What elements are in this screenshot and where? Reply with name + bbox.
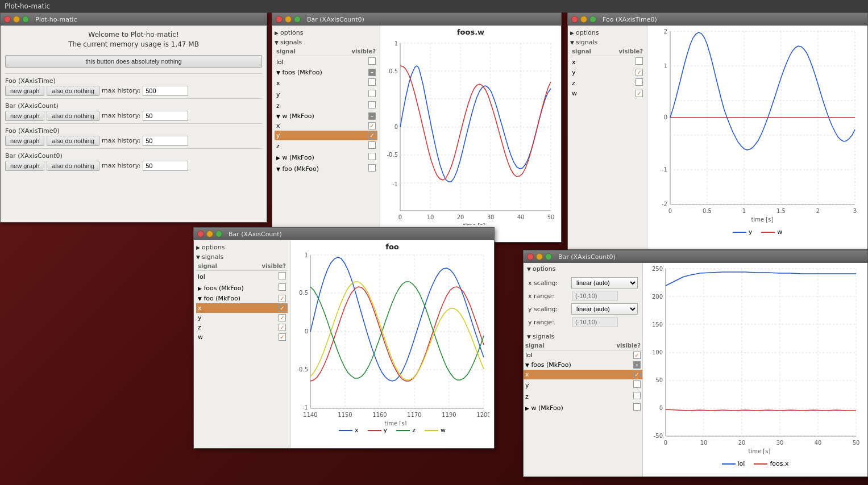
maximize-btn[interactable] xyxy=(22,16,29,23)
minimize-btn[interactable] xyxy=(536,253,543,260)
cb-foos2[interactable] xyxy=(279,283,286,291)
also-do-nothing-button[interactable]: also do nothing xyxy=(47,86,99,96)
cb-bb-lol[interactable]: ✓ xyxy=(633,352,641,359)
signal-foos-x[interactable]: x xyxy=(275,77,377,89)
cb-bb-x[interactable]: ✓ xyxy=(633,371,641,378)
y-range-input[interactable] xyxy=(572,317,618,327)
sig-lol[interactable]: lol xyxy=(196,271,288,283)
cb-bb-w[interactable] xyxy=(633,403,641,411)
cb-bb-y[interactable] xyxy=(633,381,641,388)
maximize-btn[interactable] xyxy=(589,16,596,23)
signal-foos-z[interactable]: z xyxy=(275,100,377,111)
cb-bb-foos[interactable]: – xyxy=(633,361,641,369)
max-history-input[interactable] xyxy=(143,111,188,121)
y-scaling-select[interactable]: linear (auto) xyxy=(571,303,638,315)
cb-w-mkfoo[interactable]: – xyxy=(368,112,376,120)
minimize-btn[interactable] xyxy=(580,16,587,23)
maximize-btn[interactable] xyxy=(215,231,222,237)
svg-text:40: 40 xyxy=(815,440,822,446)
signal-foos[interactable]: ▼ foos (MkFoo) – xyxy=(275,68,377,77)
sig-foo-z[interactable]: z ✓ xyxy=(196,323,288,332)
cb-foos-x[interactable] xyxy=(368,78,376,86)
x-scaling-select[interactable]: linear (auto) xyxy=(571,277,638,289)
foo-top-options-header[interactable]: ▶ options xyxy=(570,28,645,37)
close-btn[interactable] xyxy=(276,16,283,23)
bar-bottom-signals-header[interactable]: ▼ signals xyxy=(524,332,642,341)
cb-w-z[interactable] xyxy=(368,141,376,149)
close-btn[interactable] xyxy=(571,16,578,23)
bar-bottom-options-header[interactable]: ▼ options xyxy=(524,263,642,275)
signal-w-x[interactable]: x ✓ xyxy=(275,121,377,131)
signal-lol[interactable]: lol xyxy=(275,56,377,68)
x-range-input[interactable] xyxy=(572,291,618,301)
minimize-btn[interactable] xyxy=(206,231,213,237)
bb-sig-lol[interactable]: lol ✓ xyxy=(524,350,642,361)
signal-z[interactable]: z xyxy=(570,77,645,89)
sig-foos2[interactable]: ▶ foos (MkFoo) xyxy=(196,282,288,294)
bb-sig-x[interactable]: x ✓ xyxy=(524,370,642,379)
signal-w-z[interactable]: z xyxy=(275,140,377,152)
also-do-nothing-button[interactable]: also do nothing xyxy=(47,136,99,146)
maximize-btn[interactable] xyxy=(294,16,301,23)
close-btn[interactable] xyxy=(197,231,204,237)
new-graph-button[interactable]: new graph xyxy=(5,86,44,96)
cb-foo-y[interactable]: ✓ xyxy=(279,314,286,321)
bar-mid-signals-header[interactable]: ▼ signals xyxy=(196,252,288,262)
cb-foos-z[interactable] xyxy=(368,101,376,108)
bar-top-signals-header[interactable]: ▼ signals xyxy=(275,37,377,47)
new-graph-button[interactable]: new graph xyxy=(5,161,44,171)
signal-w-mkfoo[interactable]: ▼ w (MkFoo) – xyxy=(275,111,377,121)
cb-foo-z[interactable]: ✓ xyxy=(279,324,286,331)
new-graph-button[interactable]: new graph xyxy=(5,111,44,121)
sig-foo-x[interactable]: x ✓ xyxy=(196,303,288,313)
cb-x[interactable] xyxy=(636,57,643,65)
bb-sig-w[interactable]: ▶ w (MkFoo) xyxy=(524,402,642,413)
cb-bb-z[interactable] xyxy=(633,392,641,399)
minimize-btn[interactable] xyxy=(285,16,292,23)
cb-y[interactable]: ✓ xyxy=(636,69,643,76)
svg-text:10: 10 xyxy=(700,440,708,446)
close-btn[interactable] xyxy=(527,253,534,260)
bb-sig-z[interactable]: z xyxy=(524,391,642,402)
signal-x[interactable]: x xyxy=(570,56,645,68)
cb-w[interactable]: ✓ xyxy=(636,90,643,97)
signal-w-mkfoo2[interactable]: ▶ w (MkFoo) xyxy=(275,152,377,163)
close-btn[interactable] xyxy=(4,16,11,23)
sig-foo-w[interactable]: w ✓ xyxy=(196,332,288,342)
maximize-btn[interactable] xyxy=(545,253,552,260)
cb-z[interactable] xyxy=(636,78,643,86)
new-graph-button[interactable]: new graph xyxy=(5,136,44,146)
bar-bottom-title: Bar (XAxisCount0) xyxy=(558,253,616,261)
also-do-nothing-button[interactable]: also do nothing xyxy=(47,111,99,121)
max-history-input[interactable] xyxy=(143,86,188,96)
foo-top-signals-header[interactable]: ▼ signals xyxy=(570,37,645,47)
signal-foo-mkfoo[interactable]: ▼ foo (MkFoo) xyxy=(275,163,377,174)
minimize-btn[interactable] xyxy=(13,16,20,23)
cb-w-x[interactable]: ✓ xyxy=(368,122,376,129)
bar-mid-options-header[interactable]: ▶ options xyxy=(196,242,288,252)
max-history-input[interactable] xyxy=(143,161,188,171)
cb-foo-x[interactable]: ✓ xyxy=(279,304,286,312)
sig-foo-y[interactable]: y ✓ xyxy=(196,313,288,323)
cb-w-mkfoo2[interactable] xyxy=(368,153,376,160)
cb-lol[interactable] xyxy=(368,57,376,65)
signal-foos-y[interactable]: y xyxy=(275,89,377,100)
also-do-nothing-button[interactable]: also do nothing xyxy=(47,161,99,171)
cb-foo-mkfoo[interactable] xyxy=(368,164,376,172)
do-nothing-button[interactable]: this button does absolutely nothing xyxy=(5,55,262,68)
signal-w-y[interactable]: y ✓ xyxy=(275,131,377,140)
cb-foo-w[interactable]: ✓ xyxy=(279,333,286,341)
bar-top-options-header[interactable]: ▶ options xyxy=(275,28,377,37)
signal-w[interactable]: w ✓ xyxy=(570,89,645,98)
cb-w-y[interactable]: ✓ xyxy=(368,132,376,139)
main-panel-controls[interactable] xyxy=(4,16,29,23)
cb-lol2[interactable] xyxy=(279,272,286,279)
bb-sig-y[interactable]: y xyxy=(524,379,642,391)
signal-y[interactable]: y ✓ xyxy=(570,68,645,77)
max-history-input[interactable] xyxy=(143,136,188,146)
bb-sig-foos[interactable]: ▼ foos (MkFoo) – xyxy=(524,360,642,370)
cb-foos-y[interactable] xyxy=(368,90,376,97)
sig-foo2[interactable]: ▼ foo (MkFoo) ✓ xyxy=(196,294,288,303)
cb-foos[interactable]: – xyxy=(368,69,376,76)
cb-foo2[interactable]: ✓ xyxy=(279,295,286,302)
